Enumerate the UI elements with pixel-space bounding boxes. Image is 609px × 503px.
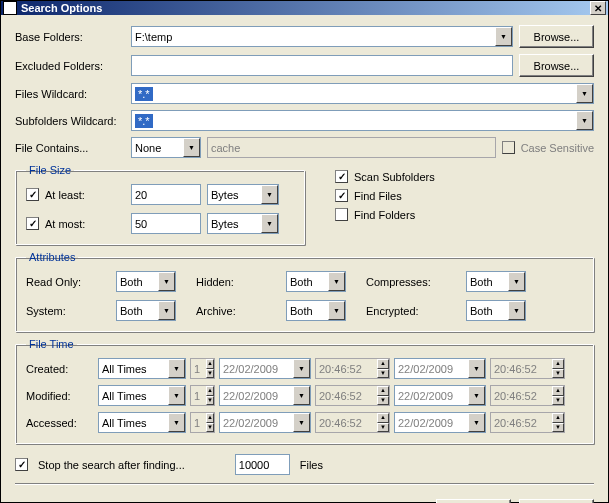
atleast-value[interactable] (131, 184, 201, 205)
hidden-combo[interactable]: Both (286, 271, 346, 292)
row-atleast: At least: Bytes (26, 184, 294, 205)
scan-subfolders-checkbox[interactable] (335, 170, 348, 183)
stop-after-value[interactable] (235, 454, 290, 475)
chevron-down-icon[interactable] (508, 272, 525, 291)
attributes-group: Attributes Read Only: Both Hidden: Both … (15, 251, 594, 332)
browse-base-button[interactable]: Browse... (519, 25, 594, 48)
chevron-down-icon (293, 386, 310, 405)
titlebar[interactable]: Search Options ✕ (1, 1, 608, 15)
case-sensitive-checkbox (502, 141, 515, 154)
ft-accessed-row: Accessed: All Times ▲▼ 22/02/2009 ▲▼ 22/… (26, 412, 583, 433)
row-files-wildcard: Files Wildcard: *.* (15, 83, 594, 104)
label-atleast: At least: (45, 189, 125, 201)
chevron-down-icon[interactable] (328, 301, 345, 320)
created-time1: ▲▼ (315, 358, 390, 379)
label-archive: Archive: (196, 305, 276, 317)
label-system: System: (26, 305, 106, 317)
browse-excluded-button[interactable]: Browse... (519, 54, 594, 77)
atleast-unit-combo[interactable]: Bytes (207, 184, 279, 205)
compresses-combo[interactable]: Both (466, 271, 526, 292)
excluded-folders-input[interactable] (131, 55, 513, 76)
row-excluded-folders: Excluded Folders: Browse... (15, 54, 594, 77)
chevron-down-icon[interactable] (576, 111, 593, 130)
stop-after-row: Stop the search after finding... Files (15, 454, 594, 475)
opt-find-files[interactable]: Find Files (335, 189, 435, 202)
chevron-down-icon[interactable] (495, 27, 512, 46)
label-stop-unit: Files (300, 459, 323, 471)
chevron-down-icon[interactable] (508, 301, 525, 320)
modified-date2: 22/02/2009 (394, 385, 486, 406)
accessed-n-spinner: ▲▼ (190, 412, 215, 433)
created-time2: ▲▼ (490, 358, 565, 379)
close-button[interactable]: ✕ (590, 1, 606, 15)
system-combo[interactable]: Both (116, 300, 176, 321)
file-contains-mode-combo[interactable]: None (131, 137, 201, 158)
filesize-and-options: File Size At least: Bytes At most: Byte (15, 164, 594, 245)
modified-mode-combo[interactable]: All Times (98, 385, 186, 406)
ft-created-row: Created: All Times ▲▼ 22/02/2009 ▲▼ 22/0… (26, 358, 583, 379)
chevron-down-icon[interactable] (261, 214, 278, 233)
window-title: Search Options (21, 2, 590, 14)
atmost-value[interactable] (131, 213, 201, 234)
chevron-down-icon[interactable] (158, 301, 175, 320)
separator (15, 483, 594, 485)
row-subfolders-wildcard: Subfolders Wildcard: *.* (15, 110, 594, 131)
atleast-checkbox[interactable] (26, 188, 39, 201)
chevron-down-icon[interactable] (261, 185, 278, 204)
label-subfolders-wildcard: Subfolders Wildcard: (15, 115, 125, 127)
stop-after-checkbox[interactable] (15, 458, 28, 471)
label-encrypted: Encrypted: (366, 305, 456, 317)
chevron-down-icon (468, 359, 485, 378)
atmost-checkbox[interactable] (26, 217, 39, 230)
atmost-unit-combo[interactable]: Bytes (207, 213, 279, 234)
row-atmost: At most: Bytes (26, 213, 294, 234)
label-hidden: Hidden: (196, 276, 276, 288)
chevron-down-icon[interactable] (168, 413, 185, 432)
chevron-down-icon[interactable] (183, 138, 200, 157)
archive-combo[interactable]: Both (286, 300, 346, 321)
created-date1: 22/02/2009 (219, 358, 311, 379)
modified-time1: ▲▼ (315, 385, 390, 406)
cancel-button[interactable]: Cancel (519, 499, 594, 503)
accessed-mode-combo[interactable]: All Times (98, 412, 186, 433)
label-atmost: At most: (45, 218, 125, 230)
find-folders-checkbox[interactable] (335, 208, 348, 221)
subfolders-wildcard-combo[interactable]: *.* (131, 110, 594, 131)
filetime-legend: File Time (26, 338, 77, 350)
chevron-down-icon[interactable] (168, 386, 185, 405)
find-files-checkbox[interactable] (335, 189, 348, 202)
row-base-folders: Base Folders: F:\temp Browse... (15, 25, 594, 48)
accessed-date2: 22/02/2009 (394, 412, 486, 433)
chevron-down-icon (293, 413, 310, 432)
client-area: Base Folders: F:\temp Browse... Excluded… (1, 15, 608, 503)
created-date2: 22/02/2009 (394, 358, 486, 379)
accessed-date1: 22/02/2009 (219, 412, 311, 433)
label-readonly: Read Only: (26, 276, 106, 288)
base-folders-combo[interactable]: F:\temp (131, 26, 513, 47)
filesize-legend: File Size (26, 164, 74, 176)
label-compresses: Compresses: (366, 276, 456, 288)
opt-find-folders[interactable]: Find Folders (335, 208, 435, 221)
modified-time2: ▲▼ (490, 385, 565, 406)
label-modified: Modified: (26, 390, 94, 402)
chevron-down-icon[interactable] (576, 84, 593, 103)
opt-scan-subfolders[interactable]: Scan Subfolders (335, 170, 435, 183)
attributes-legend: Attributes (26, 251, 78, 263)
encrypted-combo[interactable]: Both (466, 300, 526, 321)
chevron-down-icon[interactable] (328, 272, 345, 291)
chevron-down-icon (468, 413, 485, 432)
accessed-time2: ▲▼ (490, 412, 565, 433)
readonly-combo[interactable]: Both (116, 271, 176, 292)
ok-button[interactable]: OK (436, 499, 511, 503)
label-accessed: Accessed: (26, 417, 94, 429)
chevron-down-icon[interactable] (168, 359, 185, 378)
chevron-down-icon[interactable] (158, 272, 175, 291)
created-n-spinner: ▲▼ (190, 358, 215, 379)
files-wildcard-combo[interactable]: *.* (131, 83, 594, 104)
chevron-down-icon (293, 359, 310, 378)
label-stop-after: Stop the search after finding... (38, 459, 185, 471)
created-mode-combo[interactable]: All Times (98, 358, 186, 379)
label-base-folders: Base Folders: (15, 31, 125, 43)
label-excluded-folders: Excluded Folders: (15, 60, 125, 72)
scan-options: Scan Subfolders Find Files Find Folders (335, 164, 435, 221)
